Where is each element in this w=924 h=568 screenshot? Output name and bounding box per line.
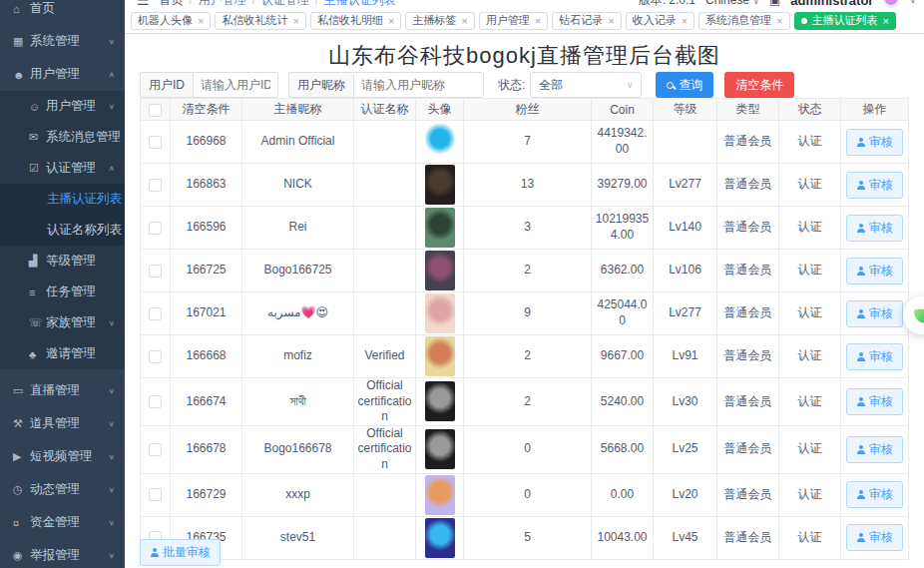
sidebar-item-任务管理[interactable]: ≡任务管理: [0, 277, 125, 307]
sidebar-item-直播管理[interactable]: ▭直播管理∨: [0, 374, 125, 407]
row-checkbox[interactable]: [149, 265, 162, 278]
table-row: 166968Admin Official74419342.00普通会员认证审核: [141, 121, 909, 164]
cell-cert-name: Official certification: [354, 425, 416, 473]
cell-status: 认证: [779, 473, 841, 516]
user-id-input[interactable]: [193, 72, 278, 98]
breadcrumb-item[interactable]: 主播认证列表: [324, 0, 396, 7]
close-tab-icon[interactable]: ×: [682, 15, 688, 27]
user-avatar[interactable]: [883, 0, 899, 8]
close-tab-icon[interactable]: ×: [535, 15, 541, 27]
cell-coin: 5668.00: [592, 425, 654, 473]
tab-用户管理[interactable]: 用户管理×: [479, 12, 548, 30]
row-checkbox[interactable]: [149, 179, 162, 192]
sidebar-item-用户管理[interactable]: ☻用户管理∧: [0, 58, 125, 91]
breadcrumb-item: 首页: [160, 0, 184, 7]
tab-label: 主播标签: [412, 13, 456, 28]
short-video-icon: ▶: [13, 450, 30, 463]
close-tab-icon[interactable]: ×: [198, 15, 204, 27]
sidebar-item-道具管理[interactable]: ⚒道具管理∨: [0, 407, 125, 440]
audit-button[interactable]: 审核: [846, 172, 903, 199]
sidebar-item-邀请管理[interactable]: ♣邀请管理: [0, 338, 125, 369]
hamburger-menu-icon[interactable]: ☰: [137, 0, 150, 8]
row-checkbox[interactable]: [149, 350, 162, 363]
sidebar-item-认证名称列表[interactable]: 认证名称列表: [0, 215, 125, 246]
tab-label: 收入记录: [633, 13, 677, 28]
row-checkbox[interactable]: [149, 488, 162, 501]
row-checkbox[interactable]: [149, 395, 162, 408]
tab-系统消息管理[interactable]: 系统消息管理×: [698, 12, 789, 30]
row-checkbox[interactable]: [149, 307, 162, 320]
person-audit-icon: [856, 352, 865, 361]
tab-钻石记录[interactable]: 钻石记录×: [552, 12, 621, 30]
username-label: administrator: [790, 0, 873, 8]
sidebar-item-认证管理[interactable]: ☑认证管理∧: [0, 153, 125, 184]
breadcrumb-item[interactable]: 用户管理: [199, 0, 246, 7]
audit-button-label: 审核: [869, 263, 893, 280]
cell-fans: 2: [464, 335, 592, 378]
sidebar-item-系统消息管理[interactable]: ✉系统消息管理: [0, 122, 125, 153]
tab-私信收礼统计[interactable]: 私信收礼统计×: [215, 12, 305, 30]
row-checkbox[interactable]: [149, 443, 162, 456]
close-tab-icon[interactable]: ×: [883, 15, 889, 27]
close-tab-icon[interactable]: ×: [608, 15, 614, 27]
row-checkbox[interactable]: [149, 222, 162, 235]
close-tab-icon[interactable]: ×: [776, 15, 782, 27]
tab-收入记录[interactable]: 收入记录×: [626, 12, 694, 30]
cell-type: 普通会员: [717, 378, 779, 426]
search-button[interactable]: 查询: [656, 72, 713, 98]
row-checkbox[interactable]: [149, 136, 162, 149]
cell-status: 认证: [779, 164, 841, 207]
cell-avatar: [416, 250, 464, 292]
audit-button-label: 审核: [869, 134, 893, 151]
audit-button[interactable]: 审核: [846, 258, 903, 284]
person-audit-icon: [150, 548, 159, 557]
cell-status: 认证: [779, 207, 841, 250]
audit-button[interactable]: 审核: [846, 388, 903, 415]
status-select[interactable]: 全部 ∨: [530, 72, 642, 98]
close-tab-icon[interactable]: ×: [388, 15, 394, 27]
sidebar-item-主播认证列表[interactable]: 主播认证列表: [0, 184, 125, 215]
sidebar-item-用户管理[interactable]: ☺用户管理∨: [0, 91, 125, 122]
cell-nickname: Admin Official: [242, 121, 354, 164]
clear-conditions-button[interactable]: 清空条件: [724, 72, 794, 98]
tab-主播认证列表[interactable]: 主播认证列表×: [794, 12, 896, 30]
cell-avatar: [416, 207, 464, 250]
cell-nickname: xxxp: [242, 473, 354, 516]
cell-cert-name: [354, 121, 416, 164]
sidebar-item-首页[interactable]: ⌂首页: [0, 0, 125, 25]
cell-status: 认证: [779, 250, 841, 292]
sidebar-item-系统管理[interactable]: ▦系统管理∨: [0, 25, 125, 58]
audit-button[interactable]: 审核: [846, 436, 903, 463]
sidebar-item-资金管理[interactable]: ¤资金管理∨: [0, 506, 125, 539]
sidebar-item-举报管理[interactable]: ◉举报管理∨: [0, 539, 125, 568]
sidebar-item-label: 用户管理: [46, 98, 108, 115]
table-row: 166596Rei3102199354.00Lv140普通会员认证审核: [141, 207, 909, 250]
audit-button[interactable]: 审核: [846, 524, 903, 551]
chevron-down-icon[interactable]: ∨: [909, 0, 916, 5]
batch-audit-button[interactable]: 批量审核: [140, 539, 221, 566]
close-tab-icon[interactable]: ×: [292, 15, 298, 27]
tab-机器人头像[interactable]: 机器人头像×: [131, 12, 211, 30]
cell-avatar: [416, 164, 464, 207]
fullscreen-icon[interactable]: ▣: [769, 0, 780, 7]
audit-button[interactable]: 审核: [846, 129, 903, 156]
audit-button[interactable]: 审核: [846, 215, 903, 242]
tab-主播标签[interactable]: 主播标签×: [405, 12, 474, 30]
header-checkbox-cell: [141, 99, 171, 121]
close-tab-icon[interactable]: ×: [461, 15, 467, 27]
tab-私信收礼明细[interactable]: 私信收礼明细×: [310, 12, 401, 30]
cell-status: 认证: [779, 335, 841, 378]
audit-button[interactable]: 审核: [846, 481, 903, 508]
breadcrumb-item[interactable]: 认证管理: [261, 0, 309, 7]
active-tab-dot-icon: [801, 18, 807, 24]
select-all-checkbox[interactable]: [149, 104, 162, 117]
audit-button[interactable]: 审核: [846, 343, 903, 370]
nickname-input[interactable]: [353, 72, 484, 98]
audit-button[interactable]: 审核: [846, 300, 903, 327]
sidebar-item-动态管理[interactable]: ◷动态管理∨: [0, 473, 125, 506]
language-selector[interactable]: Chinese ∨: [705, 0, 759, 7]
sidebar-item-短视频管理[interactable]: ▶短视频管理∨: [0, 440, 125, 473]
sidebar-item-等级管理[interactable]: ▟等级管理: [0, 246, 125, 277]
sidebar-item-家族管理[interactable]: ☏家族管理∨: [0, 307, 125, 338]
cell-fans: 13: [464, 164, 592, 207]
